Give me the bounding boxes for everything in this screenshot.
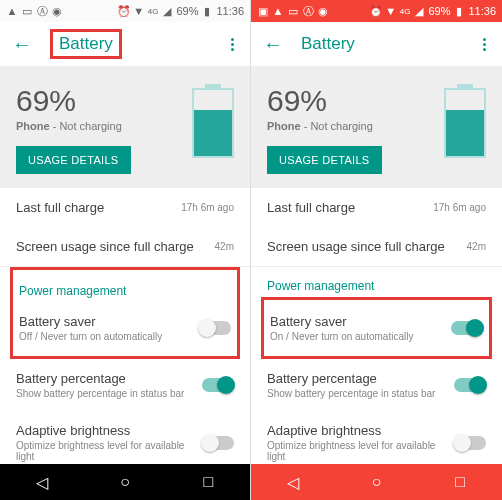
alarm-icon: ⏰ [118,5,130,17]
back-icon[interactable]: ← [12,33,32,56]
last-full-charge-row: Last full charge 17h 6m ago [267,188,486,227]
nav-recent-icon[interactable]: □ [450,472,470,492]
nav-back-icon[interactable]: ◁ [283,472,303,492]
adaptive-brightness-toggle[interactable] [454,436,486,450]
app-bar: ← Battery [251,22,502,66]
battery-graphic-icon [444,88,486,158]
card-icon: ▭ [287,5,299,17]
battery-percentage-row[interactable]: Battery percentage Show battery percenta… [267,359,486,411]
highlight-power-management: Power management Battery saver Off / Nev… [10,267,240,359]
battery-graphic-icon [192,88,234,158]
last-full-charge-row: Last full charge 17h 6m ago [16,188,234,227]
wifi-icon: ▼ [133,5,145,17]
back-icon[interactable]: ← [263,33,283,56]
battery-saver-toggle[interactable] [199,321,231,335]
nav-bar: ◁ ○ □ [0,464,250,500]
battery-percent: 69% [16,84,192,118]
battery-icon: ▮ [453,5,465,17]
nav-back-icon[interactable]: ◁ [32,472,52,492]
battery-saver-row[interactable]: Battery saver Off / Never turn on automa… [19,302,231,354]
adaptive-brightness-toggle[interactable] [202,436,234,450]
phone-right: ▣ ▲ ▭ Ⓐ ◉ ⏰ ▼ 4G ◢ 69% ▮ 11:36 ← Battery… [251,0,502,500]
signal-icon: ◢ [161,5,173,17]
app-icon: Ⓐ [36,5,48,17]
status-bar: ▣ ▲ ▭ Ⓐ ◉ ⏰ ▼ 4G ◢ 69% ▮ 11:36 [251,0,502,22]
highlight-battery-saver: Battery saver On / Never turn on automat… [261,297,492,359]
battery-percentage-row[interactable]: Battery percentage Show battery percenta… [16,359,234,411]
alarm-icon: ⏰ [370,5,382,17]
circle-icon: ◉ [51,5,63,17]
warning-icon: ▲ [6,5,18,17]
status-battery-pct: 69% [428,5,450,17]
app-icon: Ⓐ [302,5,314,17]
nav-home-icon[interactable]: ○ [115,472,135,492]
battery-percent: 69% [267,84,444,118]
status-time: 11:36 [216,5,244,17]
battery-percentage-toggle[interactable] [202,378,234,392]
overflow-menu-icon[interactable] [479,34,490,55]
status-bar: ▲ ▭ Ⓐ ◉ ⏰ ▼ 4G ◢ 69% ▮ 11:36 [0,0,250,22]
phone-left: ▲ ▭ Ⓐ ◉ ⏰ ▼ 4G ◢ 69% ▮ 11:36 ← Battery 6… [0,0,251,500]
signal-icon: ◢ [413,5,425,17]
status-battery-pct: 69% [176,5,198,17]
battery-summary: 69% Phone - Not charging USAGE DETAILS [0,66,250,188]
power-management-header: Power management [19,272,231,302]
status-time: 11:36 [468,5,496,17]
usage-details-button[interactable]: USAGE DETAILS [267,146,382,174]
battery-summary: 69% Phone - Not charging USAGE DETAILS [251,66,502,188]
circle-icon: ◉ [317,5,329,17]
network-indicator: 4G [400,7,411,16]
nav-home-icon[interactable]: ○ [366,472,386,492]
nav-bar: ◁ ○ □ [251,464,502,500]
page-title: Battery [301,34,479,54]
image-icon: ▣ [257,5,269,17]
battery-saver-toggle[interactable] [451,321,483,335]
card-icon: ▭ [21,5,33,17]
network-indicator: 4G [148,7,159,16]
charge-status: Phone - Not charging [267,120,444,132]
usage-details-button[interactable]: USAGE DETAILS [16,146,131,174]
app-bar: ← Battery [0,22,250,66]
battery-saver-row[interactable]: Battery saver On / Never turn on automat… [270,302,483,354]
nav-recent-icon[interactable]: □ [198,472,218,492]
power-management-header: Power management [267,267,486,297]
charge-status: Phone - Not charging [16,120,192,132]
overflow-menu-icon[interactable] [227,34,238,55]
warning-icon: ▲ [272,5,284,17]
battery-icon: ▮ [201,5,213,17]
screen-usage-row: Screen usage since full charge 42m [16,227,234,266]
wifi-icon: ▼ [385,5,397,17]
page-title: Battery [50,29,227,59]
screen-usage-row: Screen usage since full charge 42m [267,227,486,266]
battery-percentage-toggle[interactable] [454,378,486,392]
